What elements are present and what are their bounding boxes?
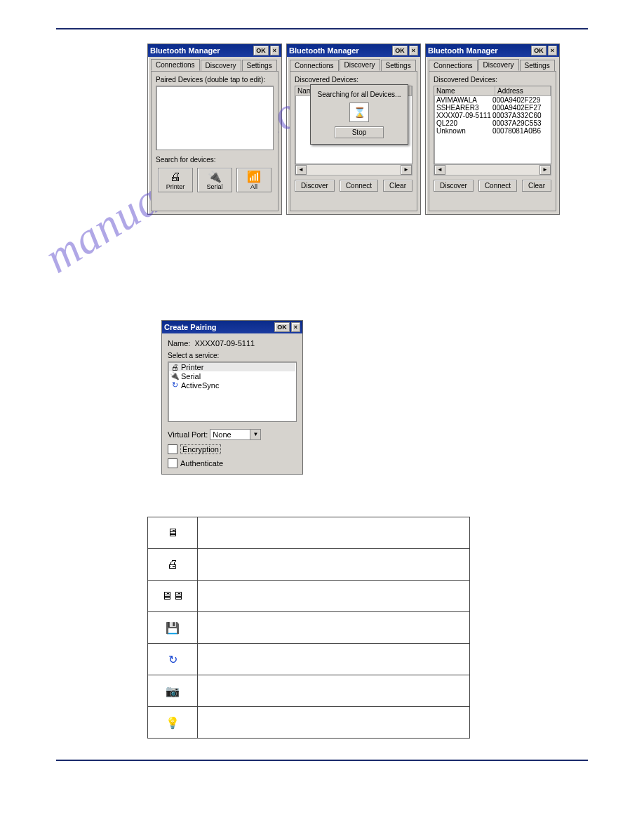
- column-address[interactable]: Address: [495, 86, 551, 95]
- service-serial[interactable]: 🔌Serial: [169, 371, 295, 380]
- device-row[interactable]: AVIMAWALA000A9402F229: [434, 96, 551, 104]
- search-serial-button[interactable]: 🔌Serial: [197, 168, 232, 192]
- scroll-left-button[interactable]: ◄: [434, 165, 445, 175]
- close-button[interactable]: ×: [548, 46, 557, 55]
- window-title: Bluetooth Manager: [428, 46, 530, 55]
- table-row: 🖥: [148, 517, 470, 549]
- tab-connections[interactable]: Connections: [151, 59, 200, 71]
- window-title: Create Pairing: [164, 323, 273, 331]
- table-row: 🖨: [148, 549, 470, 581]
- horizontal-scrollbar[interactable]: ◄ ►: [434, 164, 551, 176]
- camera-icon: 📷: [148, 675, 198, 707]
- table-row: ↻: [148, 644, 470, 675]
- tab-discovery[interactable]: Discovery: [340, 59, 380, 71]
- serial-icon: 🔌: [198, 171, 232, 183]
- bt-manager-window-connections: Bluetooth Manager OK × Connections Disco…: [147, 44, 282, 215]
- bt-manager-window-searching: Bluetooth Manager OK × Connections Disco…: [286, 44, 421, 215]
- service-list[interactable]: 🖨Printer 🔌Serial ↻ActiveSync: [168, 362, 297, 422]
- printer-icon: 🖨: [170, 363, 180, 371]
- tab-connections[interactable]: Connections: [429, 60, 478, 72]
- table-row: 🖥🖥: [148, 581, 470, 612]
- create-pairing-window: Create Pairing OK × Name: XXXX07-09-5111…: [161, 320, 303, 475]
- tab-settings[interactable]: Settings: [242, 60, 277, 72]
- searching-message: Searching for all Devices...: [314, 91, 405, 98]
- footer-rule: [56, 760, 588, 761]
- pairing-name-label: Name:: [168, 339, 190, 348]
- select-service-label: Select a service:: [168, 352, 297, 359]
- scroll-right-button[interactable]: ►: [401, 165, 412, 175]
- close-button[interactable]: ×: [409, 46, 418, 55]
- close-button[interactable]: ×: [291, 322, 300, 332]
- encryption-checkbox[interactable]: [168, 444, 177, 454]
- tab-settings[interactable]: Settings: [381, 60, 416, 72]
- activesync-globe-icon: ↻: [148, 644, 198, 675]
- icon-reference-table: 🖥 🖨 🖥🖥 💾 ↻ 📷 💡: [147, 517, 470, 739]
- discovered-devices-list[interactable]: Name Address AVIMAWALA000A9402F229 SSHEA…: [434, 86, 551, 164]
- virtual-port-label: Virtual Port:: [168, 430, 208, 439]
- tab-connections[interactable]: Connections: [290, 60, 339, 72]
- authenticate-checkbox[interactable]: [168, 458, 177, 468]
- table-row: 💾: [148, 612, 470, 644]
- device-row[interactable]: SSHEARER3000A9402EF27: [434, 104, 551, 112]
- activesync-icon: ↻: [170, 380, 180, 390]
- discovered-devices-label: Discovered Devices:: [295, 76, 412, 84]
- serial-icon: 🔌: [170, 371, 180, 380]
- clear-button[interactable]: Clear: [522, 180, 551, 192]
- scroll-left-button[interactable]: ◄: [295, 165, 307, 175]
- hourglass-icon: ⌛: [349, 102, 369, 122]
- window-title: Bluetooth Manager: [150, 46, 252, 55]
- authenticate-label: Authenticate: [180, 459, 223, 468]
- paired-devices-label: Paired Devices (double tap to edit):: [156, 76, 274, 84]
- all-devices-icon: 📶: [237, 171, 271, 183]
- scroll-right-button[interactable]: ►: [539, 165, 551, 175]
- printer-icon: 🖨: [148, 549, 198, 581]
- close-button[interactable]: ×: [270, 46, 279, 55]
- device-icon: 💡: [148, 707, 198, 739]
- horizontal-scrollbar[interactable]: ◄ ►: [295, 164, 412, 176]
- searching-dialog: Searching for all Devices... ⌛ Stop: [310, 84, 408, 145]
- device-row[interactable]: Unknown00078081A0B6: [434, 127, 551, 135]
- table-row: 💡: [148, 707, 470, 739]
- virtual-port-combo[interactable]: None: [210, 429, 261, 440]
- tab-discovery[interactable]: Discovery: [478, 59, 519, 71]
- device-row[interactable]: XXXX07-09-511100037A332C60: [434, 112, 551, 119]
- window-title: Bluetooth Manager: [289, 46, 391, 55]
- ok-button[interactable]: OK: [531, 46, 546, 55]
- dual-pcs-icon: 🖥🖥: [148, 581, 198, 612]
- ok-button[interactable]: OK: [392, 46, 408, 55]
- pairing-name-value: XXXX07-09-5111: [195, 339, 255, 348]
- ok-button[interactable]: OK: [274, 322, 290, 332]
- tab-discovery[interactable]: Discovery: [201, 60, 241, 72]
- paired-devices-list[interactable]: [156, 86, 274, 150]
- search-all-button[interactable]: 📶All: [236, 168, 271, 192]
- service-printer[interactable]: 🖨Printer: [169, 363, 295, 371]
- table-row: 📷: [148, 675, 470, 707]
- printer-icon: 🖨: [159, 171, 192, 183]
- service-activesync[interactable]: ↻ActiveSync: [169, 380, 295, 390]
- pc-card-icon: 💾: [148, 612, 198, 644]
- connect-button[interactable]: Connect: [340, 180, 378, 192]
- ok-button[interactable]: OK: [253, 46, 269, 55]
- column-name[interactable]: Name: [434, 86, 495, 95]
- discovered-devices-label: Discovered Devices:: [434, 76, 551, 84]
- connect-button[interactable]: Connect: [478, 180, 517, 192]
- search-printer-button[interactable]: 🖨Printer: [158, 168, 193, 192]
- device-row[interactable]: QL22000037A29C553: [434, 119, 551, 127]
- bt-manager-window-results: Bluetooth Manager OK × Connections Disco…: [425, 44, 560, 215]
- search-devices-label: Search for devices:: [156, 156, 274, 164]
- clear-button[interactable]: Clear: [383, 180, 412, 192]
- discover-button[interactable]: Discover: [434, 180, 474, 192]
- stop-button[interactable]: Stop: [335, 126, 384, 138]
- discover-button[interactable]: Discover: [295, 180, 335, 192]
- header-rule: [56, 28, 588, 29]
- lan-scanner-icon: 🖥: [148, 517, 198, 549]
- encryption-label: Encryption: [180, 444, 221, 454]
- tab-settings[interactable]: Settings: [520, 60, 555, 72]
